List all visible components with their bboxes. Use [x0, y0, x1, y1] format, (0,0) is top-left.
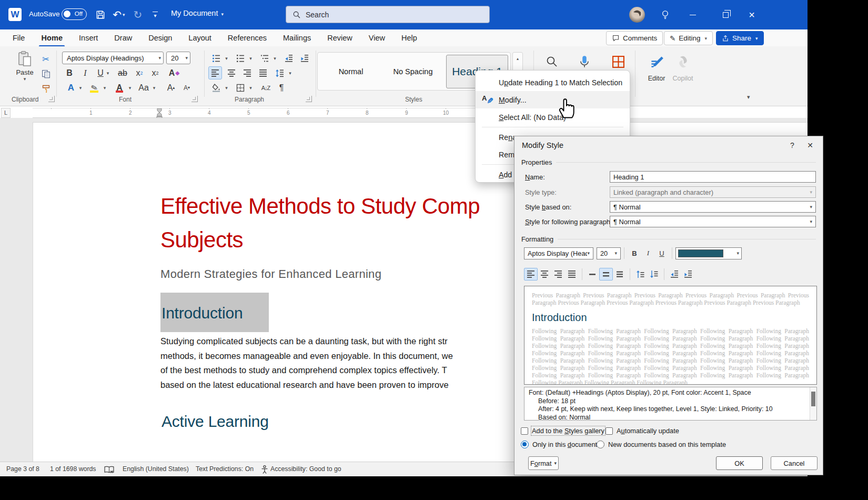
share-button[interactable]: Share▾: [716, 31, 764, 45]
scrollbar-thumb[interactable]: [811, 392, 815, 406]
new-documents-radio[interactable]: New documents based on this template: [597, 441, 726, 448]
line-spacing-chevron-icon[interactable]: ▾: [287, 66, 294, 79]
bold-button[interactable]: B: [63, 66, 76, 79]
dialog-align-left-button[interactable]: [524, 268, 538, 281]
font-dialog-launcher-icon[interactable]: [191, 96, 198, 102]
dialog-underline-button[interactable]: U: [655, 247, 669, 259]
dialog-increase-spacing-button[interactable]: [633, 268, 647, 281]
restore-button[interactable]: [713, 0, 738, 29]
horizontal-ruler[interactable]: 12 34 56 78 910 11: [33, 108, 510, 118]
underline-options-chevron-icon[interactable]: ▾: [104, 66, 112, 79]
font-color-button[interactable]: A: [113, 81, 126, 94]
search-input[interactable]: Search: [286, 6, 490, 23]
highlight-button[interactable]: ✎: [87, 81, 101, 94]
borders-chevron-icon[interactable]: ▾: [247, 81, 254, 94]
dialog-increase-indent-button[interactable]: [681, 268, 695, 281]
page-indicator[interactable]: Page 3 of 8: [6, 465, 39, 473]
format-button[interactable]: Format▾: [528, 456, 559, 470]
autosave-toggle[interactable]: Off: [62, 8, 87, 20]
style-no-spacing[interactable]: No Spacing: [381, 55, 445, 88]
dialog-double-spacing-button[interactable]: [613, 268, 627, 281]
tab-insert[interactable]: Insert: [78, 33, 99, 43]
paragraph-dialog-launcher-icon[interactable]: [306, 96, 312, 102]
font-size-combo[interactable]: 20▾: [166, 52, 190, 64]
save-icon[interactable]: [93, 7, 108, 22]
dialog-help-button[interactable]: ?: [786, 139, 799, 151]
line-spacing-button[interactable]: [273, 66, 287, 79]
align-right-button[interactable]: [240, 66, 254, 79]
word-count[interactable]: 1 of 1698 words: [50, 465, 96, 473]
align-left-button[interactable]: [208, 66, 222, 79]
tab-draw[interactable]: Draw: [113, 33, 133, 43]
designer-icon[interactable]: [609, 54, 627, 69]
font-name-combo[interactable]: Aptos Display (Headings)▾: [62, 52, 164, 64]
style-following-dropdown[interactable]: ¶ Normal▾: [610, 216, 816, 227]
menu-item-select-all[interactable]: Select All: (No Data): [476, 108, 630, 126]
dictate-mic-icon[interactable]: [576, 53, 593, 71]
dialog-size-combo[interactable]: 20▾: [597, 247, 621, 259]
ok-button[interactable]: OK: [716, 456, 763, 470]
dialog-decrease-spacing-button[interactable]: [647, 268, 661, 281]
cancel-button[interactable]: Cancel: [771, 456, 817, 470]
change-case-chevron-icon[interactable]: ▾: [150, 81, 158, 94]
multilevel-chevron-icon[interactable]: ▾: [271, 52, 278, 65]
numbering-button[interactable]: [234, 52, 247, 65]
show-hide-pilcrow-button[interactable]: ¶: [275, 81, 288, 94]
tab-design[interactable]: Design: [147, 33, 173, 43]
dialog-15-spacing-button[interactable]: [599, 268, 613, 281]
minimize-button[interactable]: [681, 0, 705, 29]
language-indicator[interactable]: English (United States): [123, 465, 189, 473]
text-effects-button[interactable]: A: [64, 81, 78, 94]
shading-chevron-icon[interactable]: ▾: [223, 81, 230, 94]
dialog-align-center-button[interactable]: [538, 268, 551, 281]
quick-access-toolbar-icon[interactable]: ▾: [148, 7, 162, 22]
tab-stop-selector[interactable]: L: [1, 108, 11, 118]
shading-button[interactable]: [209, 81, 223, 94]
description-scrollbar[interactable]: [810, 387, 816, 420]
dialog-bold-button[interactable]: B: [628, 247, 641, 259]
find-icon[interactable]: [543, 54, 561, 69]
change-case-button[interactable]: Aa: [137, 81, 150, 94]
menu-item-update-heading[interactable]: Update Heading 1 to Match Selection: [476, 74, 630, 91]
bullets-chevron-icon[interactable]: ▾: [223, 52, 230, 65]
tab-layout[interactable]: Layout: [187, 33, 213, 43]
shrink-font-button[interactable]: A▾: [180, 81, 194, 94]
automatically-update-checkbox[interactable]: Automatically update: [605, 427, 679, 435]
word-logo-icon[interactable]: W: [8, 8, 22, 21]
name-input[interactable]: Heading 1: [610, 171, 816, 183]
decrease-indent-button[interactable]: [282, 52, 296, 65]
dialog-single-spacing-button[interactable]: [586, 268, 599, 281]
dialog-align-right-button[interactable]: [551, 268, 565, 281]
dialog-close-button[interactable]: ✕: [804, 139, 816, 151]
dialog-font-combo[interactable]: Aptos Display (Headi▾: [524, 247, 593, 259]
tab-references[interactable]: References: [227, 33, 268, 43]
subscript-button[interactable]: x2: [133, 66, 146, 79]
dialog-decrease-indent-button[interactable]: [668, 268, 681, 281]
menu-item-modify[interactable]: A✎ Modify...: [476, 91, 630, 108]
dialog-justify-button[interactable]: [565, 268, 579, 281]
bullets-button[interactable]: [209, 52, 223, 65]
clipboard-dialog-launcher-icon[interactable]: [48, 96, 55, 102]
tab-review[interactable]: Review: [326, 33, 354, 43]
tab-mailings[interactable]: Mailings: [282, 33, 312, 43]
dialog-title[interactable]: Modify Style: [522, 141, 563, 149]
justify-button[interactable]: [256, 66, 270, 79]
only-in-document-radio[interactable]: Only in this document: [521, 441, 597, 448]
tab-home[interactable]: Home: [40, 33, 64, 43]
style-normal[interactable]: Normal: [322, 55, 380, 88]
superscript-button[interactable]: x2: [148, 66, 162, 79]
collapse-ribbon-chevron-icon[interactable]: ▾: [747, 94, 750, 101]
accessibility-status[interactable]: Accessibility: Good to go: [270, 465, 341, 473]
indent-marker-icon[interactable]: [156, 108, 163, 118]
align-center-button[interactable]: [225, 66, 238, 79]
copilot-icon[interactable]: [672, 53, 693, 71]
add-to-gallery-checkbox[interactable]: Add to the Styles gallery: [521, 427, 604, 435]
lightbulb-icon[interactable]: [657, 7, 673, 22]
multilevel-list-button[interactable]: [258, 52, 271, 65]
text-predictions-indicator[interactable]: Text Predictions: On: [196, 465, 254, 473]
clear-formatting-button[interactable]: A◆: [167, 66, 181, 79]
italic-button[interactable]: I: [78, 66, 92, 79]
comments-button[interactable]: Comments: [606, 31, 663, 45]
gallery-scroll-up-icon[interactable]: ▴: [517, 56, 519, 61]
cut-icon[interactable]: ✂: [39, 53, 53, 66]
